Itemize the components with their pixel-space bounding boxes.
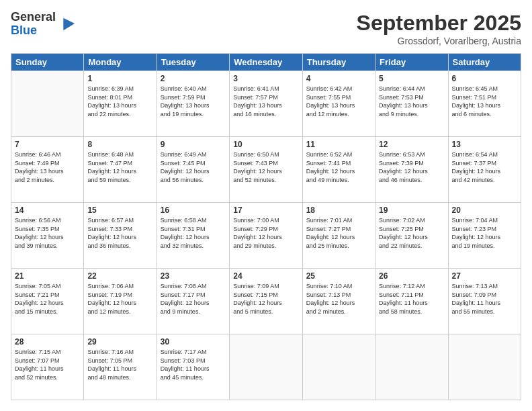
day-number: 1 bbox=[87, 74, 152, 83]
day-detail: Sunrise: 7:15 AM Sunset: 7:07 PM Dayligh… bbox=[15, 348, 80, 381]
calendar-cell bbox=[230, 334, 302, 400]
calendar-cell: 23Sunrise: 7:08 AM Sunset: 7:17 PM Dayli… bbox=[157, 269, 229, 334]
calendar-cell: 7Sunrise: 6:46 AM Sunset: 7:49 PM Daylig… bbox=[11, 137, 84, 203]
calendar-header-wednesday: Wednesday bbox=[230, 54, 302, 71]
day-number: 18 bbox=[306, 205, 371, 215]
location: Grossdorf, Vorarlberg, Austria bbox=[357, 36, 521, 46]
day-detail: Sunrise: 6:50 AM Sunset: 7:43 PM Dayligh… bbox=[233, 150, 298, 184]
day-number: 5 bbox=[379, 74, 444, 83]
calendar-week-row: 21Sunrise: 7:05 AM Sunset: 7:21 PM Dayli… bbox=[11, 269, 521, 334]
logo: General Blue bbox=[11, 11, 76, 38]
calendar-cell: 25Sunrise: 7:10 AM Sunset: 7:13 PM Dayli… bbox=[302, 269, 375, 334]
day-number: 6 bbox=[452, 74, 517, 83]
day-number: 29 bbox=[87, 337, 152, 347]
day-number: 30 bbox=[161, 337, 226, 347]
calendar-cell: 24Sunrise: 7:09 AM Sunset: 7:15 PM Dayli… bbox=[230, 269, 302, 334]
day-number: 16 bbox=[161, 205, 226, 215]
header: General Blue September 2025 Grossdorf, V… bbox=[11, 11, 521, 46]
calendar-cell: 5Sunrise: 6:44 AM Sunset: 7:53 PM Daylig… bbox=[375, 71, 448, 137]
calendar-cell: 1Sunrise: 6:39 AM Sunset: 8:01 PM Daylig… bbox=[84, 71, 157, 137]
calendar-cell: 10Sunrise: 6:50 AM Sunset: 7:43 PM Dayli… bbox=[230, 137, 302, 203]
day-number: 28 bbox=[15, 337, 80, 347]
day-detail: Sunrise: 7:05 AM Sunset: 7:21 PM Dayligh… bbox=[15, 282, 80, 316]
day-detail: Sunrise: 7:02 AM Sunset: 7:25 PM Dayligh… bbox=[379, 216, 444, 250]
day-number: 19 bbox=[379, 205, 444, 215]
calendar-cell: 12Sunrise: 6:53 AM Sunset: 7:39 PM Dayli… bbox=[375, 137, 448, 203]
day-number: 24 bbox=[233, 271, 298, 281]
day-number: 7 bbox=[15, 140, 80, 149]
calendar-cell: 26Sunrise: 7:12 AM Sunset: 7:11 PM Dayli… bbox=[375, 269, 448, 334]
day-detail: Sunrise: 7:12 AM Sunset: 7:11 PM Dayligh… bbox=[379, 282, 444, 316]
day-detail: Sunrise: 6:53 AM Sunset: 7:39 PM Dayligh… bbox=[379, 150, 444, 184]
calendar-cell: 17Sunrise: 7:00 AM Sunset: 7:29 PM Dayli… bbox=[230, 203, 302, 269]
calendar-header-tuesday: Tuesday bbox=[157, 54, 229, 71]
logo-icon bbox=[57, 15, 76, 34]
day-detail: Sunrise: 6:52 AM Sunset: 7:41 PM Dayligh… bbox=[306, 150, 371, 184]
calendar-header-monday: Monday bbox=[84, 54, 157, 71]
calendar: SundayMondayTuesdayWednesdayThursdayFrid… bbox=[11, 53, 521, 400]
day-detail: Sunrise: 7:06 AM Sunset: 7:19 PM Dayligh… bbox=[87, 282, 152, 316]
day-number: 11 bbox=[306, 140, 371, 149]
calendar-cell: 22Sunrise: 7:06 AM Sunset: 7:19 PM Dayli… bbox=[84, 269, 157, 334]
calendar-cell: 13Sunrise: 6:54 AM Sunset: 7:37 PM Dayli… bbox=[448, 137, 521, 203]
calendar-cell: 16Sunrise: 6:58 AM Sunset: 7:31 PM Dayli… bbox=[157, 203, 229, 269]
calendar-cell: 8Sunrise: 6:48 AM Sunset: 7:47 PM Daylig… bbox=[84, 137, 157, 203]
day-detail: Sunrise: 7:10 AM Sunset: 7:13 PM Dayligh… bbox=[306, 282, 371, 316]
day-detail: Sunrise: 6:41 AM Sunset: 7:57 PM Dayligh… bbox=[233, 85, 298, 118]
page: General Blue September 2025 Grossdorf, V… bbox=[0, 0, 532, 411]
month-title: September 2025 bbox=[357, 11, 521, 36]
calendar-cell bbox=[448, 334, 521, 400]
day-number: 14 bbox=[15, 205, 80, 215]
day-number: 27 bbox=[452, 271, 517, 281]
day-detail: Sunrise: 7:17 AM Sunset: 7:03 PM Dayligh… bbox=[161, 348, 226, 381]
calendar-cell: 29Sunrise: 7:16 AM Sunset: 7:05 PM Dayli… bbox=[84, 334, 157, 400]
day-detail: Sunrise: 7:00 AM Sunset: 7:29 PM Dayligh… bbox=[233, 216, 298, 250]
calendar-header-thursday: Thursday bbox=[302, 54, 375, 71]
calendar-cell: 28Sunrise: 7:15 AM Sunset: 7:07 PM Dayli… bbox=[11, 334, 84, 400]
calendar-cell bbox=[302, 334, 375, 400]
day-number: 8 bbox=[87, 140, 152, 149]
day-detail: Sunrise: 7:13 AM Sunset: 7:09 PM Dayligh… bbox=[452, 282, 517, 316]
day-number: 17 bbox=[233, 205, 298, 215]
day-number: 20 bbox=[452, 205, 517, 215]
day-number: 9 bbox=[161, 140, 226, 149]
day-detail: Sunrise: 6:58 AM Sunset: 7:31 PM Dayligh… bbox=[161, 216, 226, 250]
day-number: 13 bbox=[452, 140, 517, 149]
calendar-header-sunday: Sunday bbox=[11, 54, 84, 71]
calendar-header-saturday: Saturday bbox=[448, 54, 521, 71]
calendar-cell: 20Sunrise: 7:04 AM Sunset: 7:23 PM Dayli… bbox=[448, 203, 521, 269]
day-detail: Sunrise: 6:49 AM Sunset: 7:45 PM Dayligh… bbox=[161, 150, 226, 184]
day-detail: Sunrise: 6:57 AM Sunset: 7:33 PM Dayligh… bbox=[87, 216, 152, 250]
day-number: 21 bbox=[15, 271, 80, 281]
svg-marker-0 bbox=[63, 17, 75, 30]
day-detail: Sunrise: 6:54 AM Sunset: 7:37 PM Dayligh… bbox=[452, 150, 517, 184]
calendar-cell bbox=[375, 334, 448, 400]
day-detail: Sunrise: 6:44 AM Sunset: 7:53 PM Dayligh… bbox=[379, 85, 444, 118]
day-detail: Sunrise: 7:08 AM Sunset: 7:17 PM Dayligh… bbox=[161, 282, 226, 316]
calendar-cell: 18Sunrise: 7:01 AM Sunset: 7:27 PM Dayli… bbox=[302, 203, 375, 269]
day-detail: Sunrise: 6:42 AM Sunset: 7:55 PM Dayligh… bbox=[306, 85, 371, 118]
day-number: 25 bbox=[306, 271, 371, 281]
day-number: 23 bbox=[161, 271, 226, 281]
day-detail: Sunrise: 6:46 AM Sunset: 7:49 PM Dayligh… bbox=[15, 150, 80, 184]
calendar-cell: 9Sunrise: 6:49 AM Sunset: 7:45 PM Daylig… bbox=[157, 137, 229, 203]
day-number: 4 bbox=[306, 74, 371, 83]
calendar-week-row: 28Sunrise: 7:15 AM Sunset: 7:07 PM Dayli… bbox=[11, 334, 521, 400]
calendar-cell: 27Sunrise: 7:13 AM Sunset: 7:09 PM Dayli… bbox=[448, 269, 521, 334]
day-detail: Sunrise: 7:01 AM Sunset: 7:27 PM Dayligh… bbox=[306, 216, 371, 250]
day-number: 15 bbox=[87, 205, 152, 215]
title-block: September 2025 Grossdorf, Vorarlberg, Au… bbox=[357, 11, 521, 46]
calendar-header-friday: Friday bbox=[375, 54, 448, 71]
calendar-week-row: 1Sunrise: 6:39 AM Sunset: 8:01 PM Daylig… bbox=[11, 71, 521, 137]
day-number: 26 bbox=[379, 271, 444, 281]
calendar-cell: 15Sunrise: 6:57 AM Sunset: 7:33 PM Dayli… bbox=[84, 203, 157, 269]
day-detail: Sunrise: 6:45 AM Sunset: 7:51 PM Dayligh… bbox=[452, 85, 517, 118]
day-detail: Sunrise: 6:56 AM Sunset: 7:35 PM Dayligh… bbox=[15, 216, 80, 250]
day-detail: Sunrise: 6:40 AM Sunset: 7:59 PM Dayligh… bbox=[161, 85, 226, 118]
day-number: 10 bbox=[233, 140, 298, 149]
logo-general-text: General bbox=[11, 11, 56, 24]
calendar-cell: 2Sunrise: 6:40 AM Sunset: 7:59 PM Daylig… bbox=[157, 71, 229, 137]
calendar-cell: 19Sunrise: 7:02 AM Sunset: 7:25 PM Dayli… bbox=[375, 203, 448, 269]
calendar-cell: 14Sunrise: 6:56 AM Sunset: 7:35 PM Dayli… bbox=[11, 203, 84, 269]
calendar-cell bbox=[11, 71, 84, 137]
